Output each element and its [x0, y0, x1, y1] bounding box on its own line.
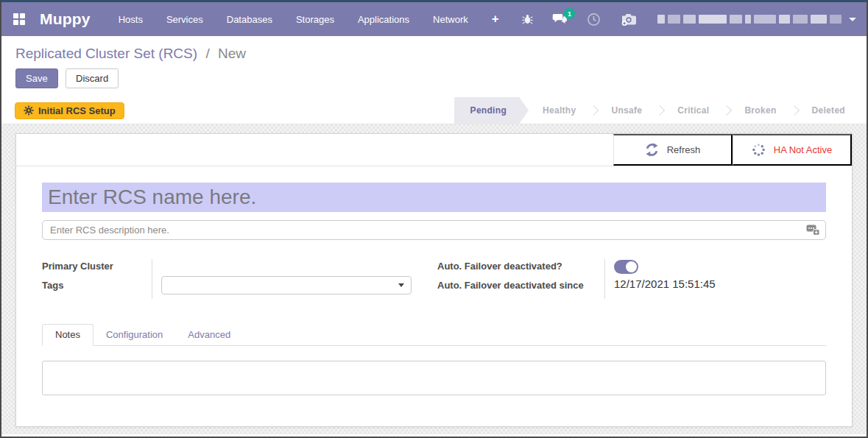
- screenshot-camera-icon[interactable]: [620, 12, 638, 27]
- field-grid: Primary Cluster Tags: [42, 259, 826, 299]
- ha-status-label: HA Not Active: [774, 144, 832, 155]
- menu-network[interactable]: Network: [433, 14, 468, 25]
- main-menu: Hosts Services Databases Storages Applic…: [119, 14, 468, 25]
- initial-rcs-setup-button[interactable]: Initial RCS Setup: [15, 102, 124, 119]
- top-navbar: Muppy Hosts Services Databases Storages …: [1, 2, 867, 36]
- button-box: Refresh HA Not Active: [16, 134, 852, 166]
- user-menu-name-redacted[interactable]: [657, 15, 856, 24]
- messages-icon[interactable]: 1: [552, 13, 568, 25]
- dropdown-caret-icon: [398, 283, 404, 287]
- primary-cluster-label: Primary Cluster: [42, 260, 144, 272]
- menu-storages[interactable]: Storages: [296, 14, 334, 25]
- notes-textarea[interactable]: [42, 361, 826, 395]
- left-field-group: Primary Cluster Tags: [42, 259, 437, 299]
- navbar-systray: 1: [522, 12, 856, 27]
- refresh-button[interactable]: Refresh: [613, 134, 733, 166]
- save-button[interactable]: Save: [15, 68, 58, 88]
- breadcrumb-current: New: [218, 46, 246, 61]
- tab-notes[interactable]: Notes: [42, 324, 93, 346]
- rcs-description-field: [42, 220, 826, 240]
- gear-icon: [24, 105, 34, 116]
- activity-clock-icon[interactable]: [587, 13, 601, 27]
- breadcrumb-separator: /: [205, 46, 209, 61]
- user-menu-caret-icon: [849, 18, 856, 21]
- rcs-name-input[interactable]: [42, 183, 826, 212]
- stage-healthy[interactable]: Healthy: [529, 97, 590, 124]
- auto-failover-toggle[interactable]: [614, 260, 638, 274]
- auto-failover-since-value: 12/17/2021 15:51:45: [614, 278, 716, 290]
- tags-dropdown[interactable]: [161, 276, 412, 294]
- ha-spinner-icon: [752, 143, 766, 157]
- auto-failover-since-label: Auto. Failover deactivated since: [437, 279, 597, 292]
- left-values: [152, 259, 437, 299]
- tags-label: Tags: [42, 279, 144, 292]
- refresh-label: Refresh: [667, 144, 701, 155]
- stage-unsafe[interactable]: Unsafe: [597, 97, 656, 124]
- right-labels: Auto. Failover deactivated? Auto. Failov…: [437, 259, 605, 299]
- app-window: Muppy Hosts Services Databases Storages …: [0, 0, 868, 438]
- discard-button[interactable]: Discard: [66, 68, 119, 88]
- translate-icon[interactable]: [806, 225, 820, 236]
- add-menu-button[interactable]: +: [492, 12, 499, 27]
- menu-applications[interactable]: Applications: [358, 14, 409, 25]
- status-pipeline: Pending Healthy Unsafe Critical Broken D…: [454, 97, 859, 124]
- breadcrumb-parent-link[interactable]: Replicated Cluster Set (RCS): [15, 46, 197, 61]
- rcs-description-input[interactable]: [42, 220, 826, 240]
- tab-advanced[interactable]: Advanced: [175, 325, 243, 345]
- sheet-content: Primary Cluster Tags: [16, 166, 852, 398]
- form-sheet: Refresh HA Not Active: [15, 133, 853, 427]
- messages-count-badge: 1: [564, 8, 575, 19]
- stage-deleted[interactable]: Deleted: [798, 97, 859, 124]
- menu-databases[interactable]: Databases: [227, 14, 272, 25]
- right-field-group: Auto. Failover deactivated? Auto. Failov…: [437, 259, 826, 299]
- notes-tab-content: [42, 361, 826, 398]
- notebook-tabs: Notes Configuration Advanced: [42, 324, 826, 346]
- brand-logo[interactable]: Muppy: [40, 10, 91, 28]
- stage-critical[interactable]: Critical: [663, 97, 723, 124]
- primary-cluster-value[interactable]: [161, 260, 437, 272]
- form-action-buttons: Save Discard: [1, 62, 867, 97]
- statusbar: Initial RCS Setup Pending Healthy Unsafe…: [1, 97, 867, 124]
- menu-hosts[interactable]: Hosts: [119, 14, 143, 25]
- right-values: 12/17/2021 15:51:45: [605, 259, 826, 299]
- stage-broken[interactable]: Broken: [730, 97, 790, 124]
- auto-failover-label: Auto. Failover deactivated?: [437, 260, 597, 272]
- apps-grid-icon[interactable]: [13, 13, 25, 25]
- stage-pending[interactable]: Pending: [454, 97, 529, 124]
- ha-status-button[interactable]: HA Not Active: [733, 134, 852, 166]
- menu-services[interactable]: Services: [166, 14, 203, 25]
- left-labels: Primary Cluster Tags: [42, 259, 152, 299]
- breadcrumb: Replicated Cluster Set (RCS) / New: [1, 36, 867, 62]
- refresh-icon: [645, 143, 659, 157]
- tab-configuration[interactable]: Configuration: [93, 325, 175, 345]
- initial-rcs-setup-label: Initial RCS Setup: [38, 105, 116, 116]
- form-background: Refresh HA Not Active: [1, 124, 867, 434]
- bug-icon[interactable]: [522, 13, 533, 25]
